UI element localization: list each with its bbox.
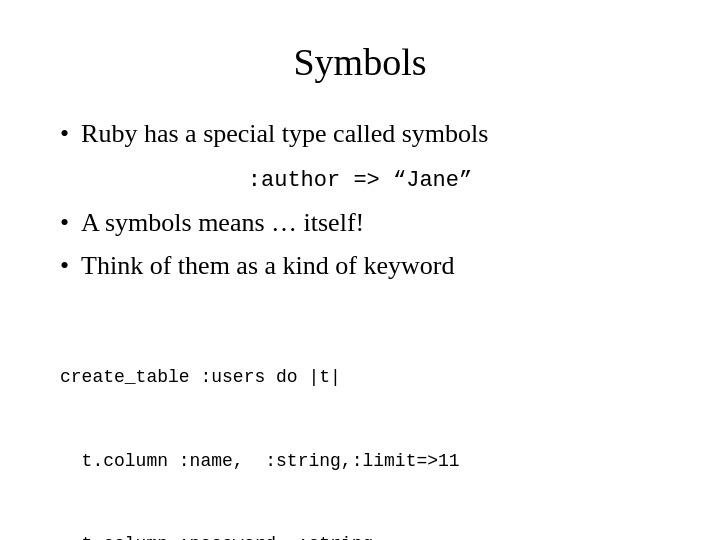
bullet-list-2: • A symbols means … itself! • Think of t… (60, 205, 660, 290)
code-line-2: t.column :name, :string,:limit=>11 (60, 448, 460, 476)
bullet-item-1: • Ruby has a special type called symbols (60, 116, 660, 152)
bullet-item-3: • Think of them as a kind of keyword (60, 248, 660, 284)
bullet-text-1: Ruby has a special type called symbols (81, 116, 488, 152)
bullet-item-2: • A symbols means … itself! (60, 205, 660, 241)
bullet-text-3: Think of them as a kind of keyword (81, 248, 454, 284)
slide: Symbols • Ruby has a special type called… (0, 0, 720, 540)
code-line-3: t.column :password, :string (60, 531, 460, 540)
bullet-dot-3: • (60, 248, 69, 284)
slide-title: Symbols (60, 40, 660, 84)
bullet-list: • Ruby has a special type called symbols (60, 116, 660, 158)
bullet-dot-1: • (60, 116, 69, 152)
code-block: create_table :users do |t| t.column :nam… (60, 308, 460, 540)
code-line-1: create_table :users do |t| (60, 364, 460, 392)
author-line: :author => “Jane” (60, 168, 660, 193)
bullet-dot-2: • (60, 205, 69, 241)
bullet-text-2: A symbols means … itself! (81, 205, 364, 241)
